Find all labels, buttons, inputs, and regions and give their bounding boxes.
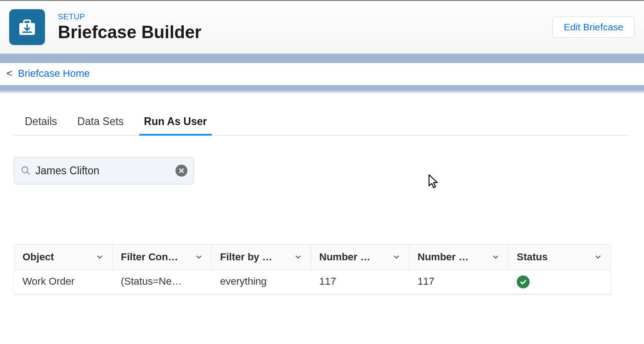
- svg-line-4: [27, 172, 30, 175]
- tabs: Details Data Sets Run As User: [14, 112, 630, 136]
- column-header-filter-conditions[interactable]: Filter Con…: [113, 245, 212, 269]
- tab-data-sets[interactable]: Data Sets: [77, 112, 124, 135]
- user-search-box: [14, 157, 194, 184]
- svg-rect-1: [24, 20, 30, 24]
- tab-run-as-user[interactable]: Run As User: [144, 112, 207, 135]
- page-header: SETUP Briefcase Builder Edit Briefcase: [0, 1, 644, 54]
- cell-filter-by: everything: [212, 270, 311, 294]
- column-header-object[interactable]: Object: [14, 245, 113, 269]
- briefcase-icon: [9, 9, 45, 45]
- table-header-row: Object Filter Con… Filter by … Number … …: [14, 245, 610, 270]
- breadcrumb-caret: <: [6, 68, 12, 79]
- clear-search-button[interactable]: [175, 165, 187, 177]
- column-header-status[interactable]: Status: [508, 245, 610, 269]
- tab-details[interactable]: Details: [25, 112, 57, 135]
- status-success-icon: [517, 275, 530, 288]
- results-table: Object Filter Con… Filter by … Number … …: [14, 244, 611, 295]
- chevron-down-icon[interactable]: [294, 253, 302, 261]
- table-row[interactable]: Work Order (Status=Ne… everything 117 11…: [14, 270, 610, 294]
- chevron-down-icon[interactable]: [392, 253, 401, 261]
- chevron-down-icon[interactable]: [594, 253, 602, 261]
- decorative-band-bottom: [0, 85, 644, 93]
- cell-number-b: 117: [409, 270, 508, 294]
- column-header-number-a[interactable]: Number …: [311, 245, 409, 269]
- search-icon: [21, 166, 31, 176]
- close-icon: [179, 168, 184, 173]
- chevron-down-icon[interactable]: [491, 253, 500, 261]
- breadcrumb: < Briefcase Home: [0, 63, 644, 85]
- user-search-input[interactable]: [31, 165, 175, 177]
- column-header-number-b[interactable]: Number …: [409, 245, 508, 269]
- cell-object: Work Order: [14, 270, 113, 294]
- page-title: Briefcase Builder: [58, 23, 202, 42]
- chevron-down-icon[interactable]: [96, 253, 104, 261]
- cell-number-a: 117: [311, 270, 409, 294]
- breadcrumb-home-link[interactable]: Briefcase Home: [18, 68, 90, 79]
- column-header-filter-by[interactable]: Filter by …: [212, 245, 311, 269]
- chevron-down-icon[interactable]: [195, 253, 203, 261]
- edit-briefcase-button[interactable]: Edit Briefcase: [552, 17, 635, 38]
- header-eyebrow: SETUP: [58, 12, 202, 22]
- cell-status: [508, 270, 610, 294]
- cell-filter-conditions: (Status=Ne…: [113, 270, 212, 294]
- decorative-band: [0, 54, 644, 63]
